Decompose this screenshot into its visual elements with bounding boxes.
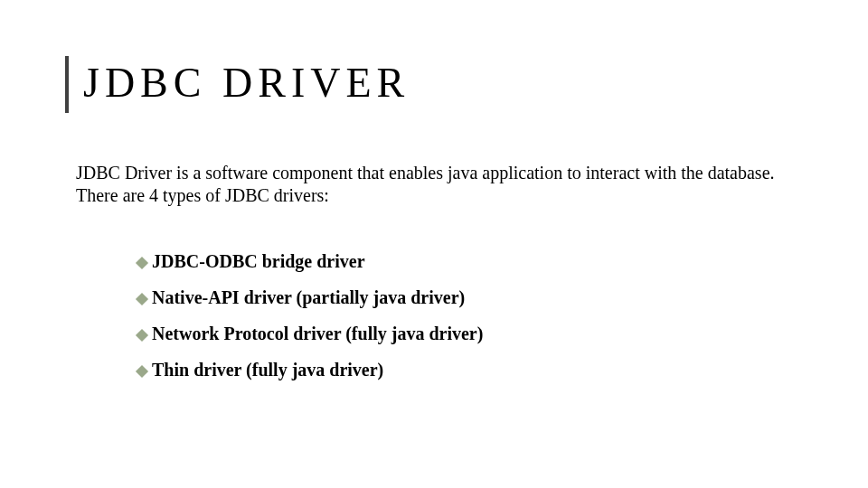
intro-paragraph: JDBC Driver is a software component that… (65, 162, 788, 207)
list-item: Native-API driver (partially java driver… (137, 286, 803, 308)
title-rule (65, 56, 69, 113)
bullet-text: Native-API driver (partially java driver… (152, 286, 465, 308)
title-block: JDBC DRIVER (65, 56, 803, 113)
diamond-icon (136, 329, 148, 342)
bullet-text: Network Protocol driver (fully java driv… (152, 323, 483, 344)
slide-title: JDBC DRIVER (83, 56, 410, 113)
diamond-icon (136, 257, 148, 269)
bullet-list: JDBC-ODBC bridge driver Native-API drive… (65, 250, 803, 380)
bullet-text: JDBC-ODBC bridge driver (152, 250, 365, 272)
slide: JDBC DRIVER JDBC Driver is a software co… (0, 0, 868, 488)
list-item: Thin driver (fully java driver) (137, 359, 803, 380)
bullet-text: Thin driver (fully java driver) (152, 359, 383, 380)
diamond-icon (136, 293, 148, 305)
diamond-icon (136, 365, 148, 378)
list-item: Network Protocol driver (fully java driv… (137, 323, 803, 344)
list-item: JDBC-ODBC bridge driver (137, 250, 803, 272)
